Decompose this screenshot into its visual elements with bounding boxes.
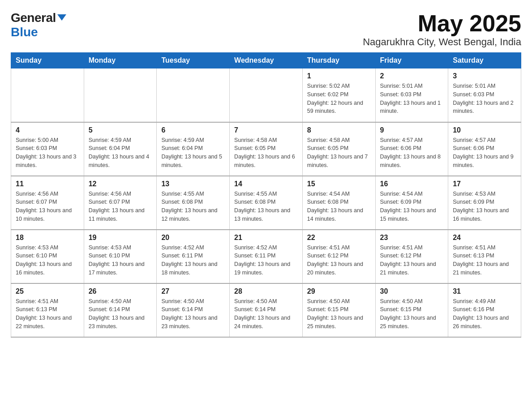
day-number: 21 xyxy=(234,234,298,242)
day-info: Sunrise: 4:50 AMSunset: 6:14 PMDaylight:… xyxy=(234,297,298,331)
calendar-cell: 30Sunrise: 4:50 AMSunset: 6:15 PMDayligh… xyxy=(375,283,448,337)
day-number: 1 xyxy=(307,72,371,80)
day-info: Sunrise: 4:56 AMSunset: 6:07 PMDaylight:… xyxy=(89,190,152,223)
day-number: 25 xyxy=(16,287,79,295)
calendar-cell: 28Sunrise: 4:50 AMSunset: 6:14 PMDayligh… xyxy=(230,283,303,337)
day-info: Sunrise: 4:55 AMSunset: 6:08 PMDaylight:… xyxy=(234,190,298,223)
day-number: 13 xyxy=(161,180,225,188)
day-info: Sunrise: 4:50 AMSunset: 6:15 PMDaylight:… xyxy=(380,297,444,331)
calendar-cell: 21Sunrise: 4:52 AMSunset: 6:11 PMDayligh… xyxy=(230,230,303,283)
calendar-cell: 27Sunrise: 4:50 AMSunset: 6:14 PMDayligh… xyxy=(157,283,230,337)
logo-general-text: General xyxy=(11,11,56,25)
day-number: 16 xyxy=(380,180,444,188)
day-number: 22 xyxy=(307,234,371,242)
day-number: 27 xyxy=(161,287,225,295)
calendar-cell: 7Sunrise: 4:58 AMSunset: 6:05 PMDaylight… xyxy=(230,122,303,176)
calendar-cell: 8Sunrise: 4:58 AMSunset: 6:05 PMDaylight… xyxy=(302,122,375,176)
calendar-cell: 26Sunrise: 4:50 AMSunset: 6:14 PMDayligh… xyxy=(84,283,157,337)
day-number: 11 xyxy=(16,180,79,188)
calendar-cell: 1Sunrise: 5:02 AMSunset: 6:02 PMDaylight… xyxy=(302,68,375,122)
day-number: 5 xyxy=(89,126,152,134)
weekday-header-row: SundayMondayTuesdayWednesdayThursdayFrid… xyxy=(11,53,521,68)
calendar-week-row: 18Sunrise: 4:53 AMSunset: 6:10 PMDayligh… xyxy=(11,230,521,283)
day-number: 6 xyxy=(161,126,225,134)
location-subtitle: Nagarukhra City, West Bengal, India xyxy=(363,36,521,48)
weekday-header-saturday: Saturday xyxy=(448,53,521,68)
day-number: 3 xyxy=(453,72,516,80)
calendar-week-row: 4Sunrise: 5:00 AMSunset: 6:03 PMDaylight… xyxy=(11,122,521,176)
day-number: 18 xyxy=(16,234,79,242)
day-info: Sunrise: 4:51 AMSunset: 6:12 PMDaylight:… xyxy=(307,244,371,277)
day-info: Sunrise: 5:01 AMSunset: 6:03 PMDaylight:… xyxy=(453,82,516,116)
calendar-cell: 5Sunrise: 4:59 AMSunset: 6:04 PMDaylight… xyxy=(84,122,157,176)
day-info: Sunrise: 4:59 AMSunset: 6:04 PMDaylight:… xyxy=(161,136,225,170)
day-info: Sunrise: 4:58 AMSunset: 6:05 PMDaylight:… xyxy=(307,136,371,170)
calendar-cell: 15Sunrise: 4:54 AMSunset: 6:08 PMDayligh… xyxy=(302,176,375,230)
calendar-cell: 6Sunrise: 4:59 AMSunset: 6:04 PMDaylight… xyxy=(157,122,230,176)
day-number: 17 xyxy=(453,180,516,188)
day-info: Sunrise: 4:50 AMSunset: 6:14 PMDaylight:… xyxy=(161,297,225,331)
day-number: 19 xyxy=(89,234,152,242)
calendar-cell xyxy=(11,68,84,122)
calendar-cell: 20Sunrise: 4:52 AMSunset: 6:11 PMDayligh… xyxy=(157,230,230,283)
day-info: Sunrise: 4:53 AMSunset: 6:10 PMDaylight:… xyxy=(16,244,79,277)
day-info: Sunrise: 4:55 AMSunset: 6:08 PMDaylight:… xyxy=(161,190,225,223)
day-info: Sunrise: 4:54 AMSunset: 6:08 PMDaylight:… xyxy=(307,190,371,223)
logo-blue-text: Blue xyxy=(11,25,38,39)
calendar-cell: 18Sunrise: 4:53 AMSunset: 6:10 PMDayligh… xyxy=(11,230,84,283)
calendar-cell: 29Sunrise: 4:50 AMSunset: 6:15 PMDayligh… xyxy=(302,283,375,337)
calendar-week-row: 11Sunrise: 4:56 AMSunset: 6:07 PMDayligh… xyxy=(11,176,521,230)
day-info: Sunrise: 4:54 AMSunset: 6:09 PMDaylight:… xyxy=(380,190,444,223)
day-number: 9 xyxy=(380,126,444,134)
weekday-header-wednesday: Wednesday xyxy=(230,53,303,68)
day-number: 7 xyxy=(234,126,298,134)
calendar-cell: 13Sunrise: 4:55 AMSunset: 6:08 PMDayligh… xyxy=(157,176,230,230)
day-number: 31 xyxy=(453,287,516,295)
day-info: Sunrise: 4:51 AMSunset: 6:12 PMDaylight:… xyxy=(380,244,444,277)
calendar-cell: 4Sunrise: 5:00 AMSunset: 6:03 PMDaylight… xyxy=(11,122,84,176)
day-number: 24 xyxy=(453,234,516,242)
day-number: 30 xyxy=(380,287,444,295)
calendar-cell xyxy=(230,68,303,122)
day-number: 15 xyxy=(307,180,371,188)
day-number: 29 xyxy=(307,287,371,295)
day-number: 26 xyxy=(89,287,152,295)
weekday-header-sunday: Sunday xyxy=(11,53,84,68)
calendar-cell: 23Sunrise: 4:51 AMSunset: 6:12 PMDayligh… xyxy=(375,230,448,283)
day-number: 12 xyxy=(89,180,152,188)
calendar-cell: 3Sunrise: 5:01 AMSunset: 6:03 PMDaylight… xyxy=(448,68,521,122)
day-info: Sunrise: 5:00 AMSunset: 6:03 PMDaylight:… xyxy=(16,136,79,170)
day-number: 4 xyxy=(16,126,79,134)
calendar-cell: 17Sunrise: 4:53 AMSunset: 6:09 PMDayligh… xyxy=(448,176,521,230)
day-info: Sunrise: 4:49 AMSunset: 6:16 PMDaylight:… xyxy=(453,297,516,331)
day-number: 20 xyxy=(161,234,225,242)
day-info: Sunrise: 4:53 AMSunset: 6:10 PMDaylight:… xyxy=(89,244,152,277)
day-number: 8 xyxy=(307,126,371,134)
day-info: Sunrise: 4:51 AMSunset: 6:13 PMDaylight:… xyxy=(16,297,79,331)
day-info: Sunrise: 4:56 AMSunset: 6:07 PMDaylight:… xyxy=(16,190,79,223)
day-info: Sunrise: 5:01 AMSunset: 6:03 PMDaylight:… xyxy=(380,82,444,116)
day-info: Sunrise: 4:53 AMSunset: 6:09 PMDaylight:… xyxy=(453,190,516,223)
calendar-cell: 2Sunrise: 5:01 AMSunset: 6:03 PMDaylight… xyxy=(375,68,448,122)
calendar-week-row: 1Sunrise: 5:02 AMSunset: 6:02 PMDaylight… xyxy=(11,68,521,122)
logo-triangle-icon xyxy=(57,14,66,21)
day-info: Sunrise: 4:51 AMSunset: 6:13 PMDaylight:… xyxy=(453,244,516,277)
day-info: Sunrise: 4:50 AMSunset: 6:15 PMDaylight:… xyxy=(307,297,371,331)
title-block: May 2025 Nagarukhra City, West Bengal, I… xyxy=(363,11,521,48)
month-year-title: May 2025 xyxy=(363,11,521,36)
day-number: 14 xyxy=(234,180,298,188)
day-number: 28 xyxy=(234,287,298,295)
weekday-header-monday: Monday xyxy=(84,53,157,68)
day-number: 2 xyxy=(380,72,444,80)
calendar-cell xyxy=(84,68,157,122)
calendar-cell: 25Sunrise: 4:51 AMSunset: 6:13 PMDayligh… xyxy=(11,283,84,337)
day-number: 23 xyxy=(380,234,444,242)
weekday-header-tuesday: Tuesday xyxy=(157,53,230,68)
day-number: 10 xyxy=(453,126,516,134)
day-info: Sunrise: 5:02 AMSunset: 6:02 PMDaylight:… xyxy=(307,82,371,116)
day-info: Sunrise: 4:57 AMSunset: 6:06 PMDaylight:… xyxy=(453,136,516,170)
day-info: Sunrise: 4:59 AMSunset: 6:04 PMDaylight:… xyxy=(89,136,152,170)
logo: General Blue xyxy=(11,11,66,39)
calendar-cell: 24Sunrise: 4:51 AMSunset: 6:13 PMDayligh… xyxy=(448,230,521,283)
calendar-cell: 16Sunrise: 4:54 AMSunset: 6:09 PMDayligh… xyxy=(375,176,448,230)
